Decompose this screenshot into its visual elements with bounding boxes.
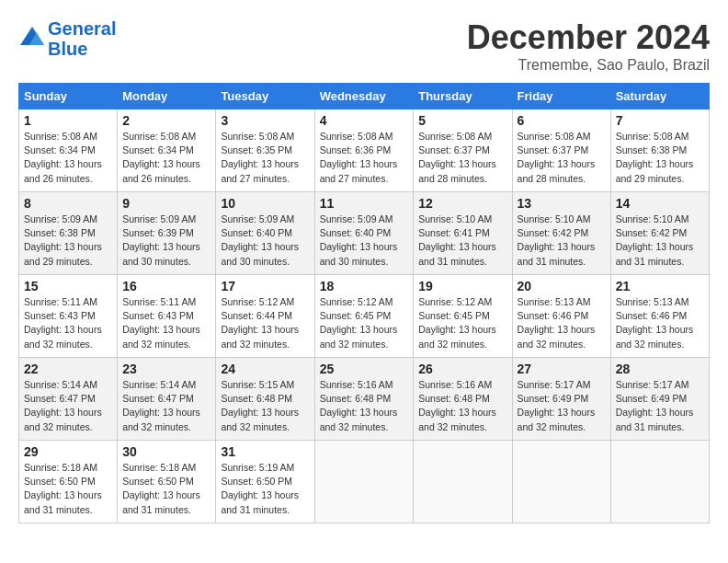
day-number: 17 — [221, 279, 309, 293]
calendar-day-cell: 19Sunrise: 5:12 AM Sunset: 6:45 PM Dayli… — [414, 275, 512, 358]
day-number: 16 — [122, 279, 210, 293]
calendar-day-cell: 8Sunrise: 5:09 AM Sunset: 6:38 PM Daylig… — [19, 192, 118, 275]
weekday-header-row: SundayMondayTuesdayWednesdayThursdayFrid… — [19, 84, 710, 109]
weekday-header-cell: Monday — [118, 84, 216, 109]
day-info: Sunrise: 5:09 AM Sunset: 6:40 PM Dayligh… — [320, 213, 409, 269]
logo-line1: General — [48, 18, 116, 39]
day-info: Sunrise: 5:13 AM Sunset: 6:46 PM Dayligh… — [616, 295, 704, 351]
title-block: December 2024 Tremembe, Sao Paulo, Brazi… — [467, 18, 710, 74]
calendar-day-cell: 25Sunrise: 5:16 AM Sunset: 6:48 PM Dayli… — [314, 358, 414, 441]
weekday-header-cell: Thursday — [414, 84, 512, 109]
day-number: 23 — [122, 362, 210, 376]
day-info: Sunrise: 5:08 AM Sunset: 6:36 PM Dayligh… — [320, 130, 409, 186]
calendar-day-cell: 27Sunrise: 5:17 AM Sunset: 6:49 PM Dayli… — [512, 358, 610, 441]
day-number: 21 — [616, 279, 704, 293]
calendar-table: SundayMondayTuesdayWednesdayThursdayFrid… — [18, 83, 710, 523]
day-number: 6 — [518, 113, 606, 128]
day-number: 30 — [122, 444, 210, 459]
day-number: 18 — [320, 279, 409, 293]
day-info: Sunrise: 5:14 AM Sunset: 6:47 PM Dayligh… — [24, 378, 112, 434]
day-info: Sunrise: 5:12 AM Sunset: 6:45 PM Dayligh… — [418, 295, 506, 351]
day-number: 10 — [221, 196, 309, 211]
logo-line2: Blue — [48, 39, 87, 59]
calendar-body: 1Sunrise: 5:08 AM Sunset: 6:34 PM Daylig… — [19, 109, 710, 523]
day-number: 20 — [518, 279, 606, 293]
calendar-day-cell: 4Sunrise: 5:08 AM Sunset: 6:36 PM Daylig… — [314, 109, 414, 192]
day-info: Sunrise: 5:19 AM Sunset: 6:50 PM Dayligh… — [221, 461, 309, 517]
page-header: General Blue December 2024 Tremembe, Sao… — [18, 18, 710, 74]
day-number: 5 — [418, 113, 506, 128]
calendar-day-cell: 21Sunrise: 5:13 AM Sunset: 6:46 PM Dayli… — [610, 275, 709, 358]
day-number: 9 — [122, 196, 210, 211]
day-info: Sunrise: 5:11 AM Sunset: 6:43 PM Dayligh… — [24, 295, 112, 351]
day-info: Sunrise: 5:15 AM Sunset: 6:48 PM Dayligh… — [221, 378, 309, 434]
logo: General Blue — [18, 18, 116, 59]
day-info: Sunrise: 5:08 AM Sunset: 6:34 PM Dayligh… — [122, 130, 210, 186]
calendar-day-cell: 16Sunrise: 5:11 AM Sunset: 6:43 PM Dayli… — [118, 275, 216, 358]
calendar-day-cell: 22Sunrise: 5:14 AM Sunset: 6:47 PM Dayli… — [19, 358, 118, 441]
calendar-day-cell: 9Sunrise: 5:09 AM Sunset: 6:39 PM Daylig… — [118, 192, 216, 275]
day-info: Sunrise: 5:11 AM Sunset: 6:43 PM Dayligh… — [122, 295, 210, 351]
day-number: 11 — [320, 196, 409, 211]
calendar-day-cell: 11Sunrise: 5:09 AM Sunset: 6:40 PM Dayli… — [314, 192, 414, 275]
day-number: 31 — [221, 444, 309, 459]
calendar-day-cell: 26Sunrise: 5:16 AM Sunset: 6:48 PM Dayli… — [414, 358, 512, 441]
calendar-day-cell: 28Sunrise: 5:17 AM Sunset: 6:49 PM Dayli… — [610, 358, 709, 441]
day-number: 13 — [518, 196, 606, 211]
calendar-day-cell — [512, 441, 610, 523]
calendar-day-cell: 7Sunrise: 5:08 AM Sunset: 6:38 PM Daylig… — [610, 109, 709, 192]
day-number: 28 — [616, 362, 704, 376]
location: Tremembe, Sao Paulo, Brazil — [467, 57, 710, 74]
calendar-day-cell: 23Sunrise: 5:14 AM Sunset: 6:47 PM Dayli… — [118, 358, 216, 441]
calendar-day-cell: 5Sunrise: 5:08 AM Sunset: 6:37 PM Daylig… — [414, 109, 512, 192]
logo-text: General Blue — [48, 18, 116, 59]
calendar-week-row: 15Sunrise: 5:11 AM Sunset: 6:43 PM Dayli… — [19, 275, 710, 358]
day-number: 25 — [320, 362, 409, 376]
calendar-day-cell — [314, 441, 414, 523]
day-info: Sunrise: 5:10 AM Sunset: 6:42 PM Dayligh… — [616, 213, 704, 269]
calendar-day-cell: 1Sunrise: 5:08 AM Sunset: 6:34 PM Daylig… — [19, 109, 118, 192]
day-info: Sunrise: 5:12 AM Sunset: 6:44 PM Dayligh… — [221, 295, 309, 351]
day-number: 7 — [616, 113, 704, 128]
calendar-day-cell: 17Sunrise: 5:12 AM Sunset: 6:44 PM Dayli… — [216, 275, 314, 358]
calendar-week-row: 29Sunrise: 5:18 AM Sunset: 6:50 PM Dayli… — [19, 441, 710, 523]
calendar-day-cell: 31Sunrise: 5:19 AM Sunset: 6:50 PM Dayli… — [216, 441, 314, 523]
weekday-header-cell: Wednesday — [314, 84, 414, 109]
calendar-day-cell: 14Sunrise: 5:10 AM Sunset: 6:42 PM Dayli… — [610, 192, 709, 275]
day-info: Sunrise: 5:13 AM Sunset: 6:46 PM Dayligh… — [518, 295, 606, 351]
day-number: 27 — [518, 362, 606, 376]
weekday-header-cell: Friday — [512, 84, 610, 109]
day-info: Sunrise: 5:14 AM Sunset: 6:47 PM Dayligh… — [122, 378, 210, 434]
day-info: Sunrise: 5:08 AM Sunset: 6:37 PM Dayligh… — [518, 130, 606, 186]
day-number: 1 — [24, 113, 112, 128]
calendar-day-cell: 18Sunrise: 5:12 AM Sunset: 6:45 PM Dayli… — [314, 275, 414, 358]
day-info: Sunrise: 5:10 AM Sunset: 6:41 PM Dayligh… — [418, 213, 506, 269]
day-number: 29 — [24, 444, 112, 459]
calendar-day-cell: 6Sunrise: 5:08 AM Sunset: 6:37 PM Daylig… — [512, 109, 610, 192]
day-number: 3 — [221, 113, 309, 128]
day-info: Sunrise: 5:17 AM Sunset: 6:49 PM Dayligh… — [616, 378, 704, 434]
calendar-day-cell: 15Sunrise: 5:11 AM Sunset: 6:43 PM Dayli… — [19, 275, 118, 358]
day-number: 19 — [418, 279, 506, 293]
weekday-header-cell: Saturday — [610, 84, 709, 109]
day-number: 2 — [122, 113, 210, 128]
day-number: 8 — [24, 196, 112, 211]
calendar-day-cell: 12Sunrise: 5:10 AM Sunset: 6:41 PM Dayli… — [414, 192, 512, 275]
calendar-day-cell: 30Sunrise: 5:18 AM Sunset: 6:50 PM Dayli… — [118, 441, 216, 523]
day-info: Sunrise: 5:16 AM Sunset: 6:48 PM Dayligh… — [320, 378, 409, 434]
calendar-week-row: 1Sunrise: 5:08 AM Sunset: 6:34 PM Daylig… — [19, 109, 710, 192]
day-info: Sunrise: 5:17 AM Sunset: 6:49 PM Dayligh… — [518, 378, 606, 434]
day-info: Sunrise: 5:09 AM Sunset: 6:40 PM Dayligh… — [221, 213, 309, 269]
calendar-week-row: 8Sunrise: 5:09 AM Sunset: 6:38 PM Daylig… — [19, 192, 710, 275]
month-title: December 2024 — [467, 18, 710, 57]
calendar-day-cell — [610, 441, 709, 523]
day-info: Sunrise: 5:16 AM Sunset: 6:48 PM Dayligh… — [418, 378, 506, 434]
calendar-day-cell: 13Sunrise: 5:10 AM Sunset: 6:42 PM Dayli… — [512, 192, 610, 275]
day-number: 12 — [418, 196, 506, 211]
day-info: Sunrise: 5:08 AM Sunset: 6:37 PM Dayligh… — [418, 130, 506, 186]
calendar-day-cell: 3Sunrise: 5:08 AM Sunset: 6:35 PM Daylig… — [216, 109, 314, 192]
day-number: 4 — [320, 113, 409, 128]
calendar-day-cell — [414, 441, 512, 523]
day-info: Sunrise: 5:09 AM Sunset: 6:39 PM Dayligh… — [122, 213, 210, 269]
logo-icon — [18, 25, 46, 52]
